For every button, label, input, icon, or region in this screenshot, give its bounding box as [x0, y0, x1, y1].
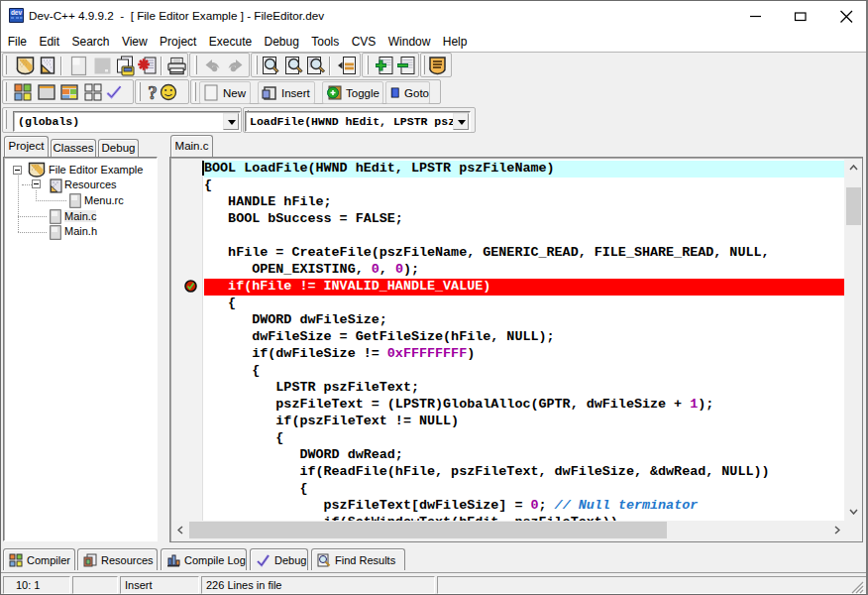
- svg-text:dev: dev: [11, 9, 23, 16]
- svg-text:?: ?: [148, 83, 158, 101]
